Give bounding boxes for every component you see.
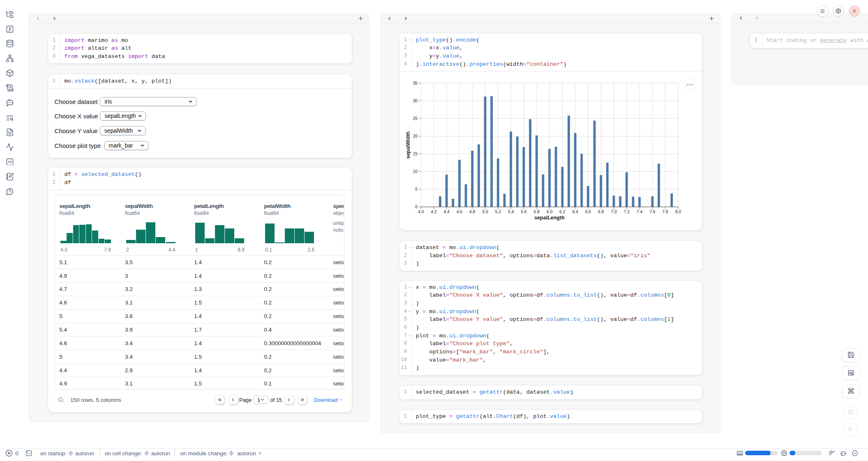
svg-text:5.6: 5.6 (521, 210, 526, 214)
svg-text:5.0: 5.0 (482, 210, 488, 214)
svg-text:4.8: 4.8 (469, 210, 475, 214)
svg-text:sepalLength: sepalLength (534, 215, 565, 221)
svg-text:35: 35 (413, 81, 418, 85)
svg-text:5.2: 5.2 (495, 210, 501, 214)
svg-text:4.0: 4.0 (418, 210, 424, 214)
svg-text:sepalWidth: sepalWidth (405, 131, 411, 159)
svg-text:4.4: 4.4 (444, 210, 450, 214)
svg-text:8.0: 8.0 (675, 210, 681, 214)
svg-text:7.8: 7.8 (663, 210, 668, 214)
svg-text:7.2: 7.2 (624, 210, 630, 214)
svg-text:7.4: 7.4 (637, 210, 642, 214)
svg-text:30: 30 (413, 99, 418, 103)
svg-text:6.0: 6.0 (547, 210, 552, 214)
svg-text:7.0: 7.0 (611, 210, 616, 214)
svg-text:6.4: 6.4 (573, 210, 578, 214)
svg-text:6.8: 6.8 (598, 210, 604, 214)
svg-text:4.6: 4.6 (457, 210, 462, 214)
svg-text:4.2: 4.2 (431, 210, 436, 214)
svg-text:25: 25 (413, 116, 418, 121)
svg-text:5.4: 5.4 (508, 210, 514, 214)
svg-text:0: 0 (415, 205, 418, 209)
svg-text:10: 10 (413, 169, 418, 174)
svg-text:5.8: 5.8 (534, 210, 540, 214)
svg-text:6.2: 6.2 (559, 210, 565, 214)
svg-text:20: 20 (413, 134, 418, 138)
svg-text:5: 5 (415, 187, 418, 191)
svg-text:15: 15 (413, 152, 418, 156)
svg-text:6.6: 6.6 (585, 210, 591, 214)
svg-text:7.6: 7.6 (649, 210, 655, 214)
